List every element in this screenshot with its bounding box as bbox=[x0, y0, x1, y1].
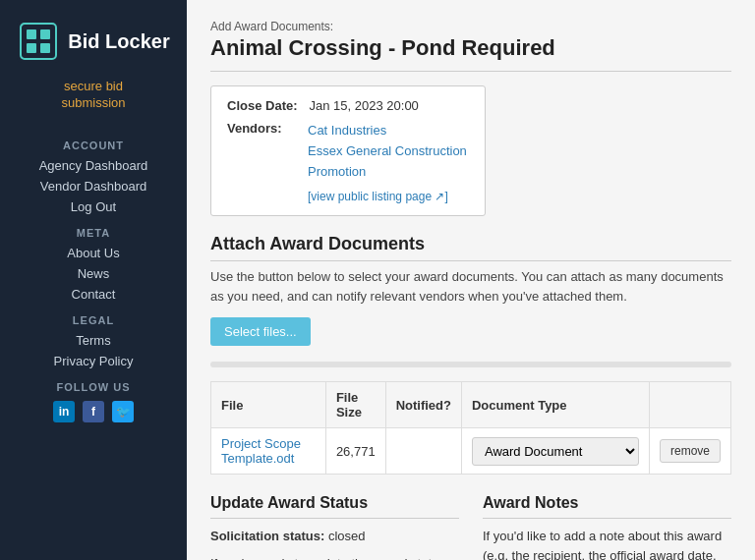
doc-type-select[interactable]: Award Document Contract Other bbox=[472, 437, 639, 466]
svg-rect-5 bbox=[40, 43, 50, 53]
vendor-cat-industries[interactable]: Cat Industries bbox=[308, 121, 467, 141]
main-content: Add Award Documents: Animal Crossing - P… bbox=[187, 0, 755, 560]
close-date-row: Close Date: Jan 15, 2023 20:00 bbox=[227, 98, 469, 113]
vendor-promotion[interactable]: Promotion bbox=[308, 162, 467, 183]
award-notes-title: Award Notes bbox=[483, 494, 731, 519]
logo-text: Bid Locker bbox=[68, 30, 169, 52]
section-follow-label: FOLLOW US bbox=[57, 381, 131, 393]
col-doc-type: Document Type bbox=[461, 382, 649, 428]
table-row: Project Scope Template.odt 26,771 Award … bbox=[211, 428, 731, 475]
notified-cell bbox=[385, 428, 461, 475]
logo-icon bbox=[17, 20, 60, 63]
close-date-value: Jan 15, 2023 20:00 bbox=[310, 98, 419, 113]
file-name-cell: Project Scope Template.odt bbox=[211, 428, 326, 475]
update-status-desc: If you're ready to update the award stat… bbox=[210, 554, 459, 560]
sidebar-item-about-us[interactable]: About Us bbox=[0, 243, 187, 263]
vendor-essex[interactable]: Essex General Construction bbox=[308, 141, 467, 162]
twitter-icon[interactable]: 🐦 bbox=[112, 401, 134, 422]
bottom-section: Update Award Status Solicitation status:… bbox=[210, 494, 731, 560]
vendors-row: Vendors: Cat Industries Essex General Co… bbox=[227, 121, 469, 203]
update-status-title: Update Award Status bbox=[210, 494, 459, 519]
award-notes-col: Award Notes If you'd like to add a note … bbox=[483, 494, 731, 560]
file-size-cell: 26,771 bbox=[325, 428, 385, 475]
svg-rect-2 bbox=[27, 29, 36, 39]
remove-button[interactable]: remove bbox=[660, 439, 721, 463]
vendors-label: Vendors: bbox=[227, 121, 296, 203]
select-files-button[interactable]: Select files... bbox=[210, 317, 311, 346]
col-file-size: FileSize bbox=[325, 382, 385, 428]
sidebar-item-terms[interactable]: Terms bbox=[0, 330, 187, 351]
file-link[interactable]: Project Scope Template.odt bbox=[221, 436, 301, 466]
sidebar-item-vendor-dashboard[interactable]: Vendor Dashboard bbox=[0, 176, 187, 196]
sidebar-item-contact[interactable]: Contact bbox=[0, 284, 187, 305]
page-title: Animal Crossing - Pond Required bbox=[210, 35, 731, 72]
attach-desc: Use the button below to select your awar… bbox=[210, 267, 731, 306]
sidebar-item-agency-dashboard[interactable]: Agency Dashboard bbox=[0, 155, 187, 176]
linkedin-icon[interactable]: in bbox=[53, 401, 75, 422]
col-file: File bbox=[211, 382, 326, 428]
solicitation-status: Solicitation status: closed bbox=[210, 527, 459, 546]
documents-table: File FileSize Notified? Document Type Pr… bbox=[210, 381, 731, 475]
sidebar: Bid Locker secure bidsubmission ACCOUNT … bbox=[0, 0, 187, 560]
facebook-icon[interactable]: f bbox=[83, 401, 104, 422]
public-listing-link[interactable]: [view public listing page ↗] bbox=[308, 190, 467, 203]
svg-rect-0 bbox=[17, 20, 60, 63]
status-value: closed bbox=[328, 529, 366, 543]
section-account-label: ACCOUNT bbox=[63, 140, 124, 151]
svg-rect-4 bbox=[27, 43, 36, 53]
progress-bar bbox=[210, 362, 731, 367]
solicitation-info-box: Close Date: Jan 15, 2023 20:00 Vendors: … bbox=[210, 85, 486, 216]
status-label: Solicitation status: bbox=[210, 529, 324, 543]
sidebar-item-privacy-policy[interactable]: Privacy Policy bbox=[0, 351, 187, 371]
col-actions bbox=[649, 382, 730, 428]
award-notes-desc: If you'd like to add a note about this a… bbox=[483, 527, 731, 560]
vendors-list: Cat Industries Essex General Constructio… bbox=[308, 121, 467, 203]
tagline: secure bidsubmission bbox=[61, 79, 125, 112]
add-label: Add Award Documents: bbox=[210, 20, 731, 33]
svg-rect-3 bbox=[40, 29, 50, 39]
col-notified: Notified? bbox=[385, 382, 461, 428]
attach-section-title: Attach Award Documents bbox=[210, 234, 731, 261]
doc-type-cell: Award Document Contract Other bbox=[461, 428, 649, 475]
sidebar-item-news[interactable]: News bbox=[0, 263, 187, 284]
close-date-label: Close Date: bbox=[227, 98, 298, 113]
social-icons: in f 🐦 bbox=[53, 401, 134, 422]
remove-cell: remove bbox=[649, 428, 730, 475]
update-status-col: Update Award Status Solicitation status:… bbox=[210, 494, 459, 560]
section-legal-label: LEGAL bbox=[73, 314, 114, 326]
logo-area: Bid Locker bbox=[17, 20, 169, 63]
sidebar-item-logout[interactable]: Log Out bbox=[0, 196, 187, 217]
section-meta-label: META bbox=[77, 227, 110, 239]
